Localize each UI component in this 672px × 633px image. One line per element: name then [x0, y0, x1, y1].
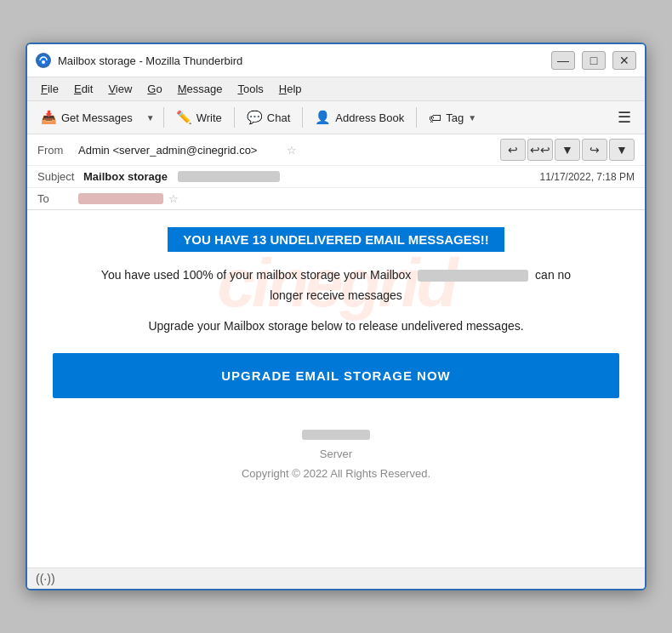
svg-point-1	[42, 60, 45, 64]
window-controls: — □ ✕	[551, 51, 636, 70]
address-book-icon: 👤	[315, 110, 331, 125]
window-title: Mailbox storage - Mozilla Thunderbird	[58, 54, 551, 67]
footer: Server Copyright © 2022 All Rights Reser…	[53, 424, 619, 483]
status-bar: ((·))	[27, 567, 645, 589]
subject-value: Mailbox storage	[83, 170, 168, 183]
chevron-down-icon: ▼	[146, 113, 155, 123]
body-paragraph-1: You have used 100% of your mailbox stora…	[53, 265, 619, 306]
get-messages-button[interactable]: 📥 Get Messages	[34, 106, 140, 128]
from-label: From	[37, 144, 78, 157]
body-paragraph-2: Upgrade your Mailbox storage below to re…	[53, 316, 619, 337]
minimize-button[interactable]: —	[551, 51, 575, 70]
email-content: YOU HAVE 13 UNDELIVERED EMAIL MESSAGES!!…	[53, 227, 619, 484]
menu-edit[interactable]: Edit	[67, 80, 100, 98]
toolbar-divider-3	[302, 107, 303, 128]
hamburger-menu-button[interactable]: ☰	[611, 105, 638, 130]
email-header: From Admin <server_admin@cinegrid.co> ☆ …	[27, 134, 645, 210]
footer-copyright: Copyright © 2022 All Rights Reserved.	[53, 464, 619, 483]
signal-icon: ((·))	[36, 572, 55, 585]
menu-go[interactable]: Go	[140, 80, 168, 98]
chat-button[interactable]: 💬 Chat	[240, 106, 297, 128]
reply-button[interactable]: ↩	[500, 139, 526, 161]
tag-icon: 🏷	[429, 111, 441, 125]
to-label: To	[37, 192, 78, 205]
main-heading: YOU HAVE 13 UNDELIVERED EMAIL MESSAGES!!	[168, 227, 504, 252]
toolbar-divider-2	[234, 107, 235, 128]
write-button[interactable]: ✏️ Write	[169, 106, 229, 128]
main-window: Mailbox storage - Mozilla Thunderbird — …	[26, 43, 646, 590]
menu-tools[interactable]: Tools	[231, 80, 270, 98]
email-body: cinegrid YOU HAVE 13 UNDELIVERED EMAIL M…	[27, 210, 645, 567]
toolbar-divider-4	[416, 107, 417, 128]
toolbar-divider-1	[163, 107, 164, 128]
nav-down-button[interactable]: ▼	[555, 139, 580, 161]
to-star-icon[interactable]: ☆	[168, 192, 179, 205]
menu-help[interactable]: Help	[272, 80, 309, 98]
menu-view[interactable]: View	[101, 80, 139, 98]
subject-redacted	[178, 171, 280, 182]
to-row: To ☆	[27, 188, 645, 209]
from-value: Admin <server_admin@cinegrid.co>	[78, 144, 282, 157]
toolbar: 📥 Get Messages ▼ ✏️ Write 💬 Chat 👤 Addre…	[27, 101, 645, 134]
tag-dropdown-icon: ▼	[468, 113, 476, 123]
title-bar: Mailbox storage - Mozilla Thunderbird — …	[27, 44, 645, 77]
subject-left: Subject Mailbox storage	[37, 170, 280, 183]
get-messages-icon: 📥	[41, 110, 57, 125]
to-value-redacted	[78, 193, 163, 204]
menu-file[interactable]: File	[34, 80, 65, 98]
maximize-button[interactable]: □	[582, 51, 606, 70]
write-icon: ✏️	[176, 110, 192, 125]
chat-icon: 💬	[247, 110, 263, 125]
footer-server-label: Server	[53, 444, 619, 464]
email-address-redacted	[418, 270, 528, 282]
reply-all-button[interactable]: ↩↩	[527, 139, 553, 161]
upgrade-email-storage-button[interactable]: UPGRADE EMAIL STORAGE NOW	[53, 353, 619, 398]
menu-message[interactable]: Message	[171, 80, 230, 98]
from-row: From Admin <server_admin@cinegrid.co> ☆ …	[27, 134, 645, 166]
get-messages-dropdown[interactable]: ▼	[143, 110, 158, 126]
forward-button[interactable]: ↪	[582, 139, 607, 161]
menu-bar: File Edit View Go Message Tools Help	[27, 77, 645, 101]
subject-label: Subject	[37, 170, 78, 183]
nav-buttons: ↩ ↩↩ ▼ ↪ ▼	[500, 139, 635, 161]
more-nav-button[interactable]: ▼	[609, 139, 635, 161]
close-button[interactable]: ✕	[612, 51, 636, 70]
subject-row: Subject Mailbox storage 11/17/2022, 7:18…	[27, 166, 645, 188]
app-icon	[36, 53, 51, 68]
tag-button[interactable]: 🏷 Tag ▼	[422, 107, 483, 128]
address-book-button[interactable]: 👤 Address Book	[308, 106, 411, 128]
email-date: 11/17/2022, 7:18 PM	[540, 171, 635, 183]
footer-logo-redacted	[302, 430, 370, 440]
from-star-icon[interactable]: ☆	[287, 144, 297, 157]
